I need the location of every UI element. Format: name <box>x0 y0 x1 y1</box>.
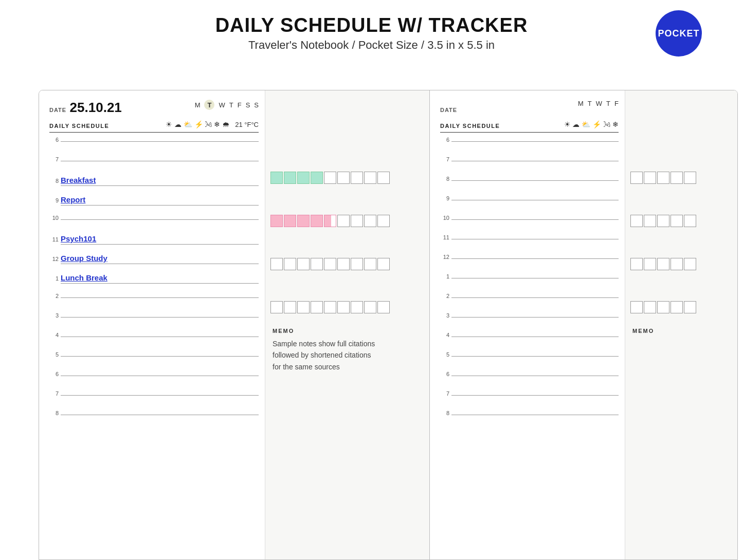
cell <box>311 215 323 227</box>
left-memo: MEMO Sample notes show full citations fo… <box>270 328 424 372</box>
cell <box>284 172 296 184</box>
time-row-8b: 8 <box>49 410 259 428</box>
cell <box>324 172 336 184</box>
right-divider <box>440 132 619 133</box>
temp-display: 21 °F°C <box>235 121 259 128</box>
memo-line3: for the same sources <box>273 363 340 371</box>
cell <box>684 301 696 313</box>
cell <box>657 215 669 227</box>
cell <box>684 215 696 227</box>
cell <box>270 215 283 227</box>
right-schedule-col: DATE M T W T F DAILY SCHEDULE ☀ ☁ ⛅ ⚡ 🌬 … <box>430 90 625 559</box>
r-tracker-row-7 <box>630 169 732 187</box>
r-tracker-cells-7 <box>630 172 696 184</box>
day-S1: S <box>246 101 250 109</box>
cell <box>284 258 296 270</box>
right-page: DATE M T W T F DAILY SCHEDULE ☀ ☁ ⛅ ⚡ 🌬 … <box>430 90 737 559</box>
weather-icons: ☀ ☁ ⛅ ⚡ 🌬 ❄ 🌧 <box>166 120 229 128</box>
r-time-row-2: 2 <box>440 293 619 311</box>
cell <box>657 258 669 270</box>
left-date-value: 25.10.21 <box>70 100 122 115</box>
cell <box>311 172 323 184</box>
day-T2: T <box>229 101 233 109</box>
main-title: DAILY SCHEDULE W/ TRACKER <box>0 14 743 36</box>
r-tracker-row-8 <box>630 190 732 209</box>
time-row-3: 3 <box>49 312 259 331</box>
time-row-8: 8 Breakfast <box>49 176 259 194</box>
r-time-row-7b: 7 <box>440 390 619 409</box>
left-schedule-col: DATE 25.10.21 M T W T F S S DAILY SCHEDU… <box>39 90 265 559</box>
cell <box>630 172 643 184</box>
left-page-header: DATE 25.10.21 M T W T F S S <box>49 100 259 116</box>
cell <box>644 301 656 313</box>
cell <box>324 215 336 227</box>
cell <box>670 258 683 270</box>
r-tracker-cells-11 <box>630 258 696 270</box>
left-memo-label: MEMO <box>273 328 422 334</box>
time-row-7b: 7 <box>49 390 259 409</box>
pocket-badge: POCKET <box>656 10 702 57</box>
cell <box>284 301 296 313</box>
r-day-T: T <box>588 100 592 107</box>
cell <box>324 301 336 313</box>
cell <box>311 301 323 313</box>
time-row-1: 1 Lunch Break <box>49 273 259 292</box>
cell <box>670 301 683 313</box>
cell <box>657 301 669 313</box>
day-W: W <box>219 101 225 109</box>
entry-psych101: Psych101 <box>61 234 259 243</box>
tracker-row-9 <box>270 212 424 230</box>
cell <box>351 258 363 270</box>
notebook: DATE 25.10.21 M T W T F S S DAILY SCHEDU… <box>39 90 738 560</box>
r-time-row-9: 9 <box>440 195 619 214</box>
cell <box>351 301 363 313</box>
time-row-9: 9 Report <box>49 195 259 214</box>
r-time-row-1: 1 <box>440 273 619 292</box>
r-day-T2: T <box>606 100 610 107</box>
cell <box>377 172 390 184</box>
day-F: F <box>238 101 242 109</box>
right-date-area: DATE <box>440 100 458 116</box>
tracker-header-spacer <box>270 100 424 147</box>
page-header: DAILY SCHEDULE W/ TRACKER Traveler's Not… <box>0 0 743 61</box>
memo-line2: followed by shortened citations <box>273 351 371 359</box>
cell <box>351 215 363 227</box>
time-row-5: 5 <box>49 351 259 370</box>
memo-line1: Sample notes show full citations <box>273 340 375 348</box>
day-S2: S <box>254 101 259 109</box>
time-row-4: 4 <box>49 332 259 350</box>
time-row-11: 11 Psych101 <box>49 234 259 253</box>
tracker-row-10 <box>270 233 424 252</box>
cell <box>670 215 683 227</box>
right-day-row: M T W T F <box>578 100 619 107</box>
r-time-row-3: 3 <box>440 312 619 331</box>
r-tracker-row-9 <box>630 212 732 230</box>
cell <box>337 301 350 313</box>
entry-group-study: Group Study <box>61 254 259 263</box>
cell <box>377 215 390 227</box>
left-date-area: DATE 25.10.21 <box>49 100 122 116</box>
cell <box>364 301 376 313</box>
cell <box>377 301 390 313</box>
r-time-row-5: 5 <box>440 351 619 370</box>
cell <box>364 172 376 184</box>
time-row-12: 12 Group Study <box>49 254 259 272</box>
cell <box>297 215 310 227</box>
tracker-row-8 <box>270 190 424 209</box>
right-memo-label: MEMO <box>632 328 730 334</box>
tracker-row-11 <box>270 255 424 273</box>
tracker-row-7 <box>270 169 424 187</box>
left-memo-text: Sample notes show full citations followe… <box>273 338 422 372</box>
right-page-header: DATE M T W T F <box>440 100 619 116</box>
tracker-row-6a <box>270 147 424 165</box>
left-day-row: M T W T F S S <box>195 100 259 110</box>
cell <box>270 258 283 270</box>
left-weather: ☀ ☁ ⛅ ⚡ 🌬 ❄ 🌧 21 °F°C <box>166 120 259 128</box>
right-weather-icons: ☀ ☁ ⛅ ⚡ 🌬 ❄ <box>564 120 619 128</box>
day-M: M <box>195 101 201 109</box>
tracker-cells-11 <box>270 258 390 270</box>
tracker-cells-7 <box>270 172 390 184</box>
right-memo: MEMO <box>630 328 732 338</box>
entry-breakfast: Breakfast <box>61 176 259 184</box>
cell <box>630 215 643 227</box>
